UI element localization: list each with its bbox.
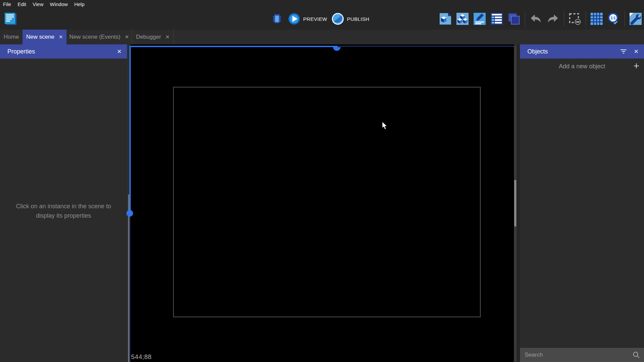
publish-globe-icon xyxy=(331,12,344,25)
selection-resize-handle-left[interactable] xyxy=(126,210,133,217)
menu-view[interactable]: View xyxy=(33,1,43,7)
canvas-scrollbar-thumb[interactable] xyxy=(514,180,516,226)
mouse-cursor-icon xyxy=(381,121,388,130)
game-window-frame xyxy=(173,87,481,317)
tab-new-scene[interactable]: New scene ✕ xyxy=(23,30,67,44)
svg-text:1:1: 1:1 xyxy=(611,16,616,20)
cursor-coordinates: 544;88 xyxy=(131,353,152,361)
preview-play-icon xyxy=(288,12,300,25)
objects-panel-header: Objects ✕ xyxy=(520,44,644,59)
search-icon[interactable] xyxy=(633,351,640,359)
properties-panel: Properties ✕ Click on an instance in the… xyxy=(0,44,127,362)
open-objects-icon[interactable] xyxy=(456,12,469,25)
properties-hint-text: Click on an instance in the scene to dis… xyxy=(6,202,121,221)
grid-icon[interactable] xyxy=(590,12,603,25)
close-icon[interactable]: ✕ xyxy=(117,48,122,55)
tab-debugger[interactable]: Debugger ✕ xyxy=(132,30,174,44)
menu-window[interactable]: Window xyxy=(50,1,68,7)
tab-new-scene-events[interactable]: New scene (Events) ✕ xyxy=(67,30,132,44)
scene-canvas-region: 544;88 xyxy=(127,44,520,362)
tab-close-icon[interactable]: ✕ xyxy=(59,34,63,40)
add-object-label: Add a new object xyxy=(559,63,605,70)
toolbar: PREVIEW PUBLISH xyxy=(0,8,644,30)
publish-button[interactable]: PUBLISH xyxy=(331,12,369,25)
deselect-icon[interactable] xyxy=(568,12,581,25)
menu-edit[interactable]: Edit xyxy=(17,1,26,7)
project-manager-icon xyxy=(3,12,17,26)
menu-help[interactable]: Help xyxy=(74,1,85,7)
publish-label: PUBLISH xyxy=(347,16,369,22)
redo-icon[interactable] xyxy=(547,12,559,25)
selection-top-edge-dim xyxy=(337,46,514,47)
objects-panel: Objects ✕ Add a new object + xyxy=(520,44,644,362)
tab-close-icon[interactable]: ✕ xyxy=(125,34,129,40)
tab-close-icon[interactable]: ✕ xyxy=(165,34,170,40)
selection-top-edge xyxy=(130,46,337,47)
properties-panel-header: Properties ✕ xyxy=(0,44,127,59)
preview-button[interactable]: PREVIEW xyxy=(288,12,327,25)
toolbar-separator xyxy=(586,11,586,27)
toolbar-separator xyxy=(525,11,525,27)
toolbar-separator xyxy=(625,11,625,27)
close-icon[interactable]: ✕ xyxy=(634,48,639,55)
zoom-one-to-one-icon[interactable]: 1:1 xyxy=(607,12,620,25)
filter-icon[interactable] xyxy=(620,49,627,53)
objects-panel-title: Objects xyxy=(527,48,548,55)
edit-scene-pencil-icon[interactable] xyxy=(473,12,486,25)
project-manager-button[interactable] xyxy=(3,12,17,26)
object-search-bar xyxy=(520,348,644,362)
selection-left-edge-dim xyxy=(129,215,130,362)
add-object-row[interactable]: Add a new object xyxy=(520,59,644,74)
open-scene-file-icon[interactable] xyxy=(439,12,452,25)
setup-wrench-icon[interactable] xyxy=(629,12,642,25)
toolbar-separator xyxy=(564,11,564,27)
add-object-plus-icon[interactable]: + xyxy=(633,60,639,72)
undo-icon[interactable] xyxy=(529,12,542,25)
preview-label: PREVIEW xyxy=(303,16,327,22)
selection-left-edge xyxy=(129,46,131,215)
open-events-icon[interactable] xyxy=(490,12,503,25)
open-layers-icon[interactable] xyxy=(508,12,520,25)
debug-bug-icon[interactable] xyxy=(271,12,283,25)
tab-bar: Home New scene ✕ New scene (Events) ✕ De… xyxy=(0,30,644,44)
menu-bar: File Edit View Window Help xyxy=(0,0,644,8)
object-search-input[interactable] xyxy=(525,352,633,358)
properties-panel-title: Properties xyxy=(7,48,35,55)
panel-gap xyxy=(517,44,520,362)
tab-home[interactable]: Home xyxy=(0,30,23,44)
menu-file[interactable]: File xyxy=(3,1,11,7)
